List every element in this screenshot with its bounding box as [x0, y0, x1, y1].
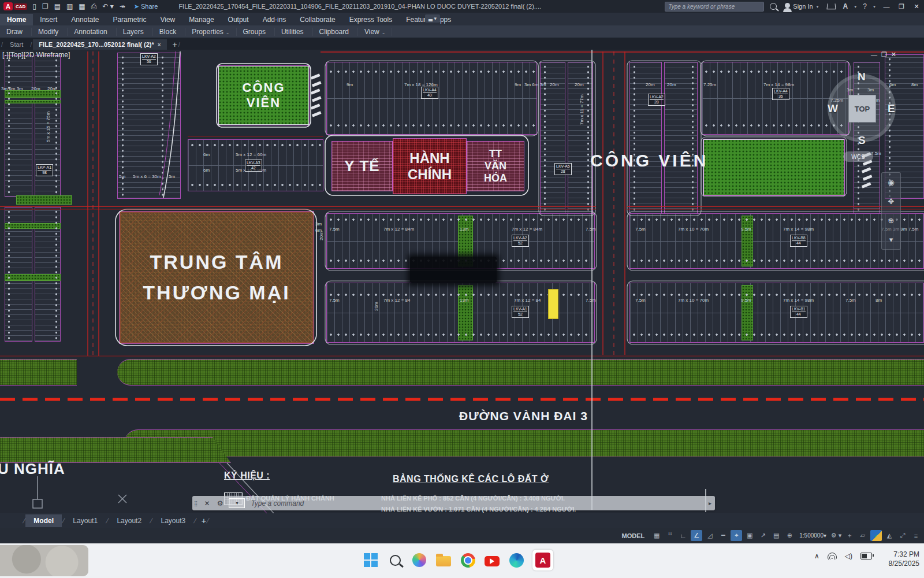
- ortho-mode-icon[interactable]: ∟: [677, 530, 689, 541]
- autodesk-a-icon[interactable]: A: [843, 2, 848, 10]
- nav-wheel-icon[interactable]: ◉: [888, 178, 894, 187]
- isolate-objects-icon[interactable]: ▱: [857, 530, 869, 541]
- file-tab-close-icon[interactable]: ×: [158, 42, 161, 48]
- nav-more-icon[interactable]: ▾: [889, 235, 893, 244]
- command-customize-wrench-icon[interactable]: ⚙: [217, 499, 223, 507]
- youtube-icon[interactable]: [484, 552, 500, 568]
- close-button[interactable]: ✕: [909, 0, 924, 13]
- command-close-icon[interactable]: ✕: [204, 499, 210, 507]
- viewport-controls[interactable]: [-][Top][2D Wireframe]: [2, 51, 70, 59]
- transparency-icon[interactable]: ▤: [770, 530, 782, 541]
- nav-zoom-icon[interactable]: ⊕: [888, 216, 895, 225]
- navigation-bar[interactable]: ◉ ✥ ⊕ ▾: [881, 172, 901, 250]
- viewcube-south[interactable]: S: [858, 134, 866, 147]
- model-space-indicator[interactable]: MODEL: [622, 532, 645, 539]
- copilot-icon[interactable]: [411, 552, 427, 568]
- command-line-bar[interactable]: ⣿ ✕ ⚙ ▾ Type a command ▸: [192, 496, 715, 510]
- search-icon[interactable]: [770, 3, 777, 10]
- autocad-taskbar-icon[interactable]: A: [532, 550, 553, 570]
- polar-tracking-icon[interactable]: ∠: [691, 530, 702, 541]
- ribbon-panel[interactable]: Properties⌄: [185, 28, 236, 36]
- sign-in-label[interactable]: Sign In: [793, 3, 813, 10]
- ribbon-tab[interactable]: Output: [221, 14, 256, 25]
- battery-icon[interactable]: [860, 553, 872, 560]
- file-explorer-icon[interactable]: [435, 552, 452, 568]
- viewcube-west[interactable]: W: [828, 102, 838, 115]
- undo-icon[interactable]: ↶ ▾: [102, 2, 113, 10]
- viewcube-east[interactable]: E: [888, 102, 895, 115]
- viewport-window-buttons[interactable]: —❐✕: [871, 51, 900, 58]
- wifi-icon[interactable]: [828, 553, 837, 560]
- recent-commands-icon[interactable]: ▾: [229, 498, 245, 508]
- command-bar-grip[interactable]: ⣿: [194, 501, 199, 506]
- wcs-selector[interactable]: WCS: [843, 151, 873, 162]
- ribbon-panel[interactable]: Block: [153, 28, 185, 36]
- clock[interactable]: 7:32 PM 8/25/2025: [889, 550, 919, 568]
- new-drawing-tab-button[interactable]: +: [173, 40, 177, 49]
- ribbon-tab[interactable]: Express Tools: [342, 14, 399, 25]
- plot-icon[interactable]: ▦: [79, 2, 85, 10]
- new-file-icon[interactable]: ▯: [32, 2, 36, 10]
- ribbon-tab[interactable]: Annotate: [64, 14, 106, 25]
- ribbon-tab[interactable]: Insert: [33, 14, 64, 25]
- isometric-drafting-icon[interactable]: ◿: [704, 530, 716, 541]
- graphics-performance-icon[interactable]: ✓: [870, 530, 882, 541]
- taskbar-search-icon[interactable]: [387, 552, 403, 568]
- ribbon-tab[interactable]: Manage: [182, 14, 221, 25]
- taskbar-widget[interactable]: [0, 545, 88, 576]
- share-label[interactable]: Share: [141, 3, 158, 10]
- open-file-icon[interactable]: ❒: [42, 2, 49, 10]
- restore-button[interactable]: ❐: [894, 0, 909, 13]
- hardware-warning-icon[interactable]: ◭: [884, 530, 895, 541]
- annotation-plus-icon[interactable]: ＋: [844, 530, 855, 541]
- ribbon-tab[interactable]: Home: [0, 14, 33, 25]
- annotation-scale[interactable]: 1:500000 ▾: [797, 530, 829, 541]
- minimize-button[interactable]: —: [879, 0, 894, 13]
- file-tab-active[interactable]: FILE_20220425_170...052012 final( (2)* ×: [33, 39, 166, 50]
- ribbon-panel[interactable]: Layers: [117, 28, 153, 36]
- ribbon-tab[interactable]: Add-ins: [256, 14, 293, 25]
- tab-model[interactable]: Model: [25, 514, 62, 527]
- sign-in-dropdown-icon[interactable]: ▾: [817, 4, 819, 9]
- ribbon-panel[interactable]: Utilities: [275, 28, 313, 36]
- print-icon[interactable]: ⎙: [91, 2, 97, 10]
- tab-layout2[interactable]: Layout2: [109, 514, 150, 527]
- nav-pan-icon[interactable]: ✥: [888, 197, 895, 206]
- workspace-gear-icon[interactable]: ⚙ ▾: [830, 530, 842, 541]
- help-icon[interactable]: ?: [863, 2, 867, 10]
- chrome-icon[interactable]: [460, 552, 476, 568]
- tab-layout1[interactable]: Layout1: [65, 514, 106, 527]
- ribbon-tab[interactable]: View: [153, 14, 182, 25]
- redo-icon[interactable]: ↠: [120, 2, 125, 10]
- tab-layout3[interactable]: Layout3: [152, 514, 193, 527]
- ribbon-panel[interactable]: Clipboard: [313, 28, 358, 36]
- grid-display-icon[interactable]: ▦: [651, 530, 662, 541]
- ribbon-panel[interactable]: Annotation: [68, 28, 116, 36]
- selection-cycling-icon[interactable]: ⊕: [784, 530, 795, 541]
- save-icon[interactable]: ▤: [54, 2, 61, 10]
- viewcube-top-face[interactable]: TOP: [848, 95, 876, 123]
- dynamic-input-icon[interactable]: ↗: [757, 530, 769, 541]
- ribbon-tab[interactable]: Parametric: [106, 14, 153, 25]
- store-cart-icon[interactable]: [826, 3, 836, 9]
- search-input[interactable]: Type a keyword or phrase: [665, 2, 764, 12]
- tray-chevron-icon[interactable]: ∧: [814, 552, 819, 560]
- help-dropdown-icon[interactable]: ▾: [873, 4, 875, 9]
- ribbon-panel[interactable]: Draw: [0, 28, 32, 36]
- ribbon-tab[interactable]: Collaborate: [293, 14, 342, 25]
- snap-mode-icon[interactable]: ⠛: [664, 530, 676, 541]
- viewcube-north[interactable]: N: [858, 71, 866, 83]
- command-input[interactable]: Type a command: [251, 499, 709, 507]
- autodesk-dropdown-icon[interactable]: ▾: [854, 4, 856, 9]
- user-icon[interactable]: [785, 3, 790, 8]
- volume-icon[interactable]: ◁): [845, 552, 852, 560]
- file-tab-start[interactable]: Start: [4, 39, 29, 50]
- viewcube[interactable]: N W E S TOP: [823, 66, 901, 158]
- edge-icon[interactable]: [508, 552, 524, 568]
- clean-screen-icon[interactable]: ⤢: [897, 530, 908, 541]
- command-expand-icon[interactable]: ▸: [709, 500, 711, 506]
- lineweight-icon[interactable]: ▣: [744, 530, 755, 541]
- autocad-logo-icon[interactable]: A: [3, 2, 13, 10]
- customization-menu-icon[interactable]: ≡: [910, 530, 922, 541]
- share-icon[interactable]: ➤: [134, 3, 139, 10]
